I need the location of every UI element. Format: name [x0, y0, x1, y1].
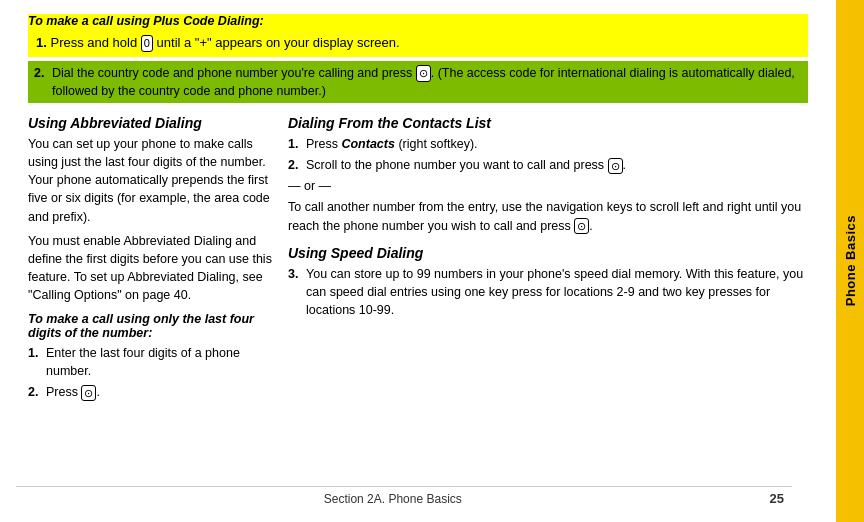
footer-page: 25 [770, 491, 792, 506]
main-content: To make a call using Plus Code Dialing: … [0, 0, 836, 522]
abbrev-step-num-2: 2. [28, 383, 46, 401]
plus-code-step-2: 2. Dial the country code and phone numbe… [28, 61, 808, 103]
contacts-step-num-2: 2. [288, 156, 306, 174]
step-1-text-b: until a "+" appears on your display scre… [157, 35, 400, 50]
step-2-text: Dial the country code and phone number y… [52, 64, 802, 100]
key-or-icon: ⊙ [574, 218, 589, 234]
key-contacts-icon: ⊙ [608, 158, 623, 174]
sidebar-label: Phone Basics [843, 215, 858, 306]
abbrev-step-2-text: Press ⊙. [46, 383, 276, 401]
speed-step-3-text: You can store up to 99 numbers in your p… [306, 265, 808, 319]
two-col-layout: Using Abbreviated Dialing You can set up… [28, 105, 808, 405]
speed-step-num-3: 3. [288, 265, 306, 283]
abbrev-para-1: You can set up your phone to make calls … [28, 135, 276, 226]
contacts-label: Contacts [341, 137, 394, 151]
content-area: To make a call using Plus Code Dialing: … [16, 8, 820, 514]
step-num-1: 1. [36, 35, 50, 50]
contacts-heading: Dialing From the Contacts List [288, 115, 808, 131]
left-column: Using Abbreviated Dialing You can set up… [28, 105, 288, 405]
plus-code-label: To make a call using Plus Code Dialing: [28, 14, 808, 30]
key-dial-icon: ⊙ [416, 65, 431, 81]
plus-code-step-1: 1. Press and hold 0 until a "+" appears … [28, 30, 808, 57]
step-1-text-a: Press and hold [50, 35, 140, 50]
footer: Section 2A. Phone Basics 25 [16, 486, 792, 506]
contacts-step-2: 2. Scroll to the phone number you want t… [288, 156, 808, 174]
speed-step-3: 3. You can store up to 99 numbers in you… [288, 265, 808, 319]
contacts-step-1: 1. Press Contacts (right softkey). [288, 135, 808, 153]
key-abbrev-icon: ⊙ [81, 385, 96, 401]
abbrev-para-2: You must enable Abbreviated Dialing and … [28, 232, 276, 305]
sidebar: Phone Basics [836, 0, 864, 522]
footer-section: Section 2A. Phone Basics [16, 492, 770, 506]
step-num-2: 2. [34, 64, 52, 82]
contacts-step-1-text: Press Contacts (right softkey). [306, 135, 808, 153]
abbrev-step-1-text: Enter the last four digits of a phone nu… [46, 344, 276, 380]
abbrev-step-num-1: 1. [28, 344, 46, 362]
right-column: Dialing From the Contacts List 1. Press … [288, 105, 808, 405]
abbrev-step-2: 2. Press ⊙. [28, 383, 276, 401]
abbrev-steps: 1. Enter the last four digits of a phone… [28, 344, 276, 401]
plus-code-section: To make a call using Plus Code Dialing: … [28, 14, 808, 103]
key-0-icon: 0 [141, 35, 153, 51]
or-line: — or — [288, 177, 808, 195]
speed-dialing-heading: Using Speed Dialing [288, 245, 808, 261]
or-text: To call another number from the entry, u… [288, 198, 808, 234]
contacts-step-num-1: 1. [288, 135, 306, 153]
abbrev-dialing-heading: Using Abbreviated Dialing [28, 115, 276, 131]
contacts-steps: 1. Press Contacts (right softkey). 2. Sc… [288, 135, 808, 174]
contacts-step-2-text: Scroll to the phone number you want to c… [306, 156, 808, 174]
abbrev-label-2: To make a call using only the last four … [28, 312, 276, 340]
abbrev-step-1: 1. Enter the last four digits of a phone… [28, 344, 276, 380]
speed-steps: 3. You can store up to 99 numbers in you… [288, 265, 808, 319]
